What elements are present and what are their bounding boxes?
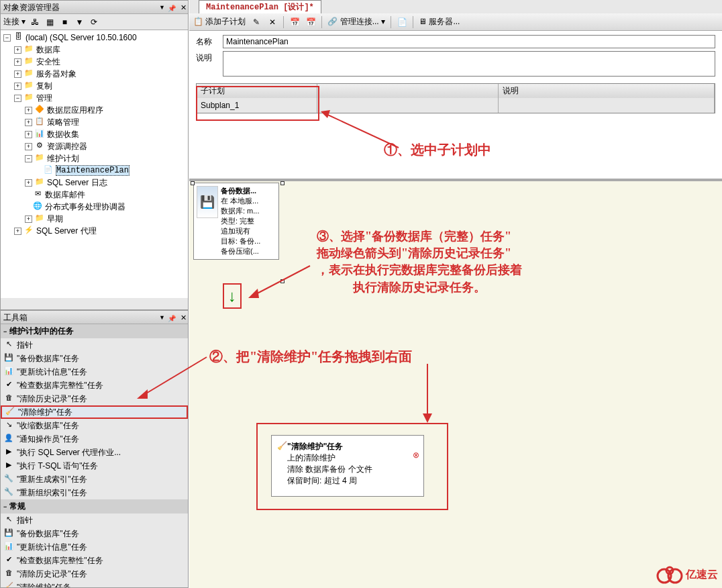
resize-handle[interactable] — [280, 279, 285, 283]
toolbox-notify-operator[interactable]: 👤"通知操作员"任务 — [1, 432, 188, 446]
close-icon[interactable]: ✕ — [180, 1, 187, 14]
tree-data-tier[interactable]: + 🔶 数据层应用程序 — [2, 104, 187, 116]
annotation-arrow-2b — [417, 364, 437, 424]
tree-sql-agent[interactable]: + ⚡ SQL Server 代理 — [2, 225, 187, 237]
toolbox-list[interactable]: − 维护计划中的任务 ↖指针 💾"备份数据库"任务 📊"更新统计信息"任务 ✔"… — [1, 324, 188, 587]
manage-connections-button[interactable]: 🔗 管理连接... ▾ — [327, 16, 385, 28]
tree-databases[interactable]: + 📁 数据库 — [2, 44, 187, 56]
delete-icon[interactable]: ✕ — [267, 17, 278, 28]
category-maint-tasks[interactable]: − 维护计划中的任务 — [1, 324, 188, 338]
tree-legacy[interactable]: + 📁 早期 — [2, 213, 187, 225]
annotation-arrow-3 — [246, 260, 313, 307]
tree-db-mail[interactable]: ✉ 数据库邮件 — [2, 189, 187, 201]
tree-sql-log[interactable]: + 📁 SQL Server 日志 — [2, 177, 187, 189]
tree-replication[interactable]: + 📁 复制 — [2, 80, 187, 92]
expander-icon[interactable]: − — [3, 34, 11, 42]
connect-icon[interactable]: 🖧 — [30, 17, 40, 28]
tree-dtc[interactable]: 🌐 分布式事务处理协调器 — [2, 201, 187, 213]
tree-server-root[interactable]: − 🗄 (local) (SQL Server 10.50.1600 — [2, 32, 187, 44]
toolbox-shrink-db[interactable]: ↘"收缩数据库"任务 — [1, 419, 188, 432]
connect-dropdown[interactable]: 连接 ▾ — [3, 16, 25, 28]
object-explorer-title-bar: 对象资源管理器 ▼ 📌 ✕ — [1, 1, 188, 14]
tree-server-objects[interactable]: + 📁 服务器对象 — [2, 68, 187, 80]
category-general[interactable]: − 常规 — [1, 499, 188, 513]
tree-management[interactable]: − 📁 管理 — [2, 92, 187, 104]
report-icon[interactable]: 📄 — [397, 17, 407, 28]
schedule-off-icon[interactable]: 📅 — [305, 17, 316, 28]
toolbox-history-cleanup[interactable]: 🗑"清除历史记录"任务 — [1, 392, 188, 405]
panel-options-icon[interactable]: ▼ — [159, 311, 165, 324]
toolbox-backup-db[interactable]: 💾"备份数据库"任务 — [1, 352, 188, 365]
expander-icon[interactable]: + — [25, 215, 32, 223]
designer-area: MaintenancePlan [设计]* 📋 添加子计划 ✎ ✕ 📅 📅 🔗 … — [189, 0, 722, 588]
toolbox-pointer-2[interactable]: ↖指针 — [1, 513, 188, 527]
servers-button[interactable]: 🖥 服务器... — [419, 16, 460, 28]
add-subplan-button[interactable]: 📋 添加子计划 — [193, 16, 246, 28]
canvas-cleanup-task[interactable]: 🧹 "清除维护"任务 上的清除维护 清除 数据库备份 个文件 保留时间: 超过 … — [271, 435, 424, 497]
disconnect-icon[interactable]: ▦ — [44, 17, 55, 28]
name-input[interactable]: MaintenancePlan — [223, 35, 715, 48]
pointer-icon: ↖ — [3, 340, 14, 350]
edit-icon[interactable]: ✎ — [251, 17, 262, 28]
resize-handle[interactable] — [280, 181, 285, 185]
tree-resource-gov[interactable]: + ⚙ 资源调控器 — [2, 140, 187, 152]
tab-maintenance-plan[interactable]: MaintenancePlan [设计]* — [199, 0, 321, 13]
horizontal-scrollbar[interactable] — [1, 298, 188, 309]
toolbox-pointer[interactable]: ↖指针 — [1, 338, 188, 352]
toolbox-maint-cleanup[interactable]: 🧹"清除维护"任务 — [1, 405, 188, 419]
canvas-backup-task[interactable]: 💾 备份数据... 在 本地服... 数据库: m... 类型: 完整 追加现有… — [193, 183, 279, 260]
expander-icon[interactable]: − — [14, 95, 21, 102]
subplan-cell-desc[interactable] — [499, 98, 715, 113]
toolbox-maint-cleanup-2[interactable]: 🧹"清除维护"任务 — [1, 581, 188, 587]
property-area: 名称 MaintenancePlan 说明 — [189, 31, 722, 83]
pin-icon[interactable]: 📌 — [168, 312, 176, 326]
folder-icon: 📁 — [34, 177, 45, 188]
expander-icon[interactable]: + — [25, 131, 32, 138]
expander-icon[interactable]: + — [25, 119, 32, 126]
agent-job-icon: ▶ — [3, 447, 14, 458]
toolbox-check-integrity[interactable]: ✔"检查数据库完整性"任务 — [1, 379, 188, 392]
policy-icon: 📋 — [34, 117, 45, 128]
expander-icon[interactable]: + — [14, 46, 21, 54]
expander-icon[interactable]: + — [14, 228, 21, 235]
desc-input[interactable] — [223, 51, 715, 77]
toolbox-exec-tsql[interactable]: ▶"执行 T-SQL 语句"任务 — [1, 459, 188, 473]
tree-data-collection[interactable]: + 📊 数据收集 — [2, 128, 187, 140]
green-connector-arrow[interactable]: ↓ — [223, 283, 242, 309]
resize-handle[interactable] — [191, 181, 195, 185]
tree-policy[interactable]: + 📋 策略管理 — [2, 116, 187, 128]
tree-maint-plans[interactable]: − 📁 维护计划 — [2, 152, 187, 164]
expander-icon[interactable]: + — [14, 70, 21, 78]
collapse-icon[interactable]: − — [3, 328, 7, 335]
toolbox-exec-agent[interactable]: ▶"执行 SQL Server 代理作业... — [1, 446, 188, 459]
expander-icon[interactable]: + — [25, 143, 32, 150]
expander-icon[interactable]: + — [25, 179, 32, 187]
toolbox-check-integrity-2[interactable]: ✔"检查数据库完整性"任务 — [1, 554, 188, 567]
toolbox-backup-db-2[interactable]: 💾"备份数据库"任务 — [1, 527, 188, 540]
toolbox-rebuild-index[interactable]: 🔧"重新生成索引"任务 — [1, 473, 188, 486]
toolbox-panel: 工具箱 ▼ 📌 ✕ − 维护计划中的任务 ↖指针 💾"备份数据库"任务 📊"更新… — [0, 310, 189, 588]
expander-icon[interactable]: + — [25, 107, 32, 114]
object-explorer-tree[interactable]: − 🗄 (local) (SQL Server 10.50.1600 + 📁 数… — [1, 30, 188, 296]
filter-icon[interactable]: ▼ — [74, 17, 85, 28]
tree-maint-plan-item[interactable]: 📄 MaintenancePlan — [2, 164, 187, 177]
close-icon[interactable]: ✕ — [180, 311, 187, 324]
pin-icon[interactable]: 📌 — [168, 2, 176, 15]
tree-security[interactable]: + 📁 安全性 — [2, 56, 187, 68]
schedule-icon[interactable]: 📅 — [289, 17, 300, 28]
expander-icon[interactable]: + — [14, 83, 21, 90]
expander-icon[interactable]: + — [14, 58, 21, 66]
collapse-icon[interactable]: − — [3, 503, 7, 510]
expander-icon[interactable]: − — [25, 155, 32, 162]
toolbox-title-bar: 工具箱 ▼ 📌 ✕ — [1, 311, 188, 324]
toolbox-update-stats[interactable]: 📊"更新统计信息"任务 — [1, 365, 188, 379]
toolbox-history-cleanup-2[interactable]: 🗑"清除历史记录"任务 — [1, 567, 188, 581]
stop-icon[interactable]: ■ — [59, 17, 70, 28]
col-desc-header[interactable]: 说明 — [499, 84, 715, 98]
refresh-icon[interactable]: ⟳ — [89, 17, 99, 28]
check-icon: ✔ — [3, 380, 14, 391]
panel-options-icon[interactable]: ▼ — [159, 1, 165, 14]
toolbox-reorg-index[interactable]: 🔧"重新组织索引"任务 — [1, 486, 188, 499]
design-canvas[interactable]: 💾 备份数据... 在 本地服... 数据库: m... 类型: 完整 追加现有… — [189, 179, 722, 588]
toolbox-update-stats-2[interactable]: 📊"更新统计信息"任务 — [1, 540, 188, 554]
